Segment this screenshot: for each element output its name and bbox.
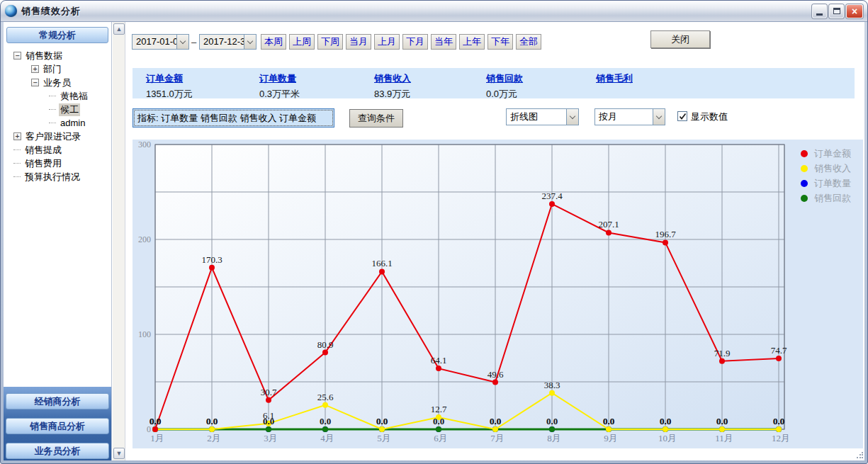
dropdown-arrow-icon[interactable] (653, 109, 665, 125)
svg-text:7月: 7月 (490, 433, 505, 443)
tree-item[interactable]: −销售数据 (4, 49, 111, 62)
svg-text:12月: 12月 (772, 433, 790, 443)
tree-item-label[interactable]: 销售数据 (24, 50, 64, 62)
period-button[interactable]: 本周 (261, 34, 286, 50)
sidebar-section-header[interactable]: 销售商品分析 (6, 418, 109, 434)
svg-text:6月: 6月 (434, 433, 448, 443)
scroll-down-icon[interactable]: ▼ (113, 448, 125, 459)
titlebar[interactable]: 销售绩效分析 × (1, 1, 867, 22)
indicator-field[interactable]: 指标: 订单数量 销售回款 销售收入 订单金额 (133, 108, 334, 128)
sidebar-header-general-analysis[interactable]: 常规分析 (6, 27, 108, 43)
minimize-icon (816, 13, 823, 16)
date-from-select[interactable]: 2017-01-01 (132, 34, 189, 50)
tree-item-label[interactable]: 部门 (42, 63, 63, 76)
maximize-button[interactable] (829, 4, 844, 18)
group-by-select[interactable]: 按月 (594, 108, 665, 125)
stat-label-link[interactable]: 销售收入 (374, 72, 411, 85)
collapse-icon[interactable]: − (31, 79, 39, 86)
nav-tree: −销售数据+部门−业务员黄艳福候工admin+客户跟进记录销售提成销售费用预算执… (4, 49, 111, 183)
expand-icon[interactable]: + (31, 65, 39, 73)
period-button[interactable]: 下年 (487, 34, 513, 50)
tree-connector (13, 149, 21, 150)
tree-item-label[interactable]: 客户跟进记录 (24, 130, 82, 143)
resize-grip[interactable] (856, 452, 863, 459)
tree-item[interactable]: −业务员 (4, 76, 111, 89)
chart-type-select[interactable]: 折线图 (506, 108, 579, 125)
dropdown-arrow-icon[interactable] (176, 35, 188, 49)
stat-value: 1351.0万元 (146, 88, 193, 101)
tree-item[interactable]: +部门 (4, 62, 111, 76)
minimize-button[interactable] (812, 4, 827, 18)
stat-label-link[interactable]: 销售回款 (486, 72, 523, 85)
tree-item-label[interactable]: 候工 (59, 103, 80, 116)
svg-text:1月: 1月 (150, 433, 164, 443)
show-values-checkbox[interactable] (677, 111, 687, 121)
scroll-up-icon[interactable]: ▲ (113, 23, 125, 35)
tree-item-label[interactable]: 业务员 (42, 77, 72, 89)
stat-label-link[interactable]: 订单金额 (146, 72, 193, 85)
svg-text:30.7: 30.7 (261, 387, 277, 397)
svg-text:0.0: 0.0 (206, 416, 218, 426)
tree-item[interactable]: 销售费用 (4, 157, 111, 170)
sidebar: 常规分析 −销售数据+部门−业务员黄艳福候工admin+客户跟进记录销售提成销售… (4, 22, 112, 460)
period-button[interactable]: 下周 (317, 34, 343, 50)
tree-item-label[interactable]: 销售提成 (23, 144, 63, 157)
period-button[interactable]: 当年 (431, 34, 456, 50)
period-button[interactable]: 上年 (459, 34, 485, 50)
show-values-label: 显示数值 (691, 111, 728, 123)
tree-connector (49, 96, 56, 96)
period-button[interactable]: 上周 (289, 34, 315, 50)
tree-item[interactable]: 候工 (4, 103, 111, 116)
close-window-button[interactable]: × (846, 4, 863, 18)
tree-item[interactable]: +客户跟进记录 (4, 130, 111, 143)
tree-item[interactable]: 销售提成 (4, 143, 111, 157)
svg-text:300: 300 (138, 140, 151, 149)
tree-connector (13, 163, 21, 164)
stat-value: 0.3万平米 (259, 88, 300, 101)
svg-text:237.4: 237.4 (541, 191, 563, 201)
period-button[interactable]: 全部 (516, 34, 541, 50)
stat-value: 0.0万元 (486, 88, 523, 101)
stat-label-link[interactable]: 订单数量 (259, 72, 300, 85)
tree-item[interactable]: 预算执行情况 (4, 170, 111, 183)
sidebar-section-header[interactable]: 业务员分析 (6, 443, 109, 459)
svg-text:100: 100 (138, 329, 151, 339)
expand-icon[interactable]: + (13, 132, 21, 140)
period-button[interactable]: 上月 (374, 34, 400, 50)
tree-item-label[interactable]: 预算执行情况 (23, 171, 81, 183)
svg-text:销售收入: 销售收入 (814, 163, 851, 174)
tree-item[interactable]: admin (4, 116, 111, 130)
svg-text:170.3: 170.3 (201, 254, 222, 265)
svg-text:166.1: 166.1 (371, 258, 392, 268)
chart-area: 01002003001月2月3月4月5月6月7月8月9月10月11月12月0.0… (133, 140, 863, 448)
dropdown-arrow-icon[interactable] (244, 35, 256, 49)
tree-item[interactable]: 黄艳福 (4, 89, 111, 103)
svg-text:207.1: 207.1 (598, 219, 619, 230)
svg-text:0.0: 0.0 (150, 416, 161, 426)
svg-text:9月: 9月 (604, 433, 618, 443)
period-button[interactable]: 当月 (346, 34, 371, 50)
svg-text:4月: 4月 (320, 433, 334, 443)
maximize-icon (833, 8, 840, 14)
sidebar-scrollbar[interactable]: ▲ ▼ (113, 22, 125, 460)
app-window: 销售绩效分析 × 常规分析 −销售数据+部门−业务员黄艳福候工admin+客户跟… (0, 0, 868, 464)
svg-text:0.0: 0.0 (716, 416, 728, 426)
stat-label-link[interactable]: 销售毛利 (596, 72, 633, 85)
dropdown-arrow-icon[interactable] (566, 109, 578, 125)
period-button[interactable]: 下月 (402, 34, 428, 50)
tree-item-label[interactable]: 黄艳福 (59, 90, 89, 103)
svg-text:25.6: 25.6 (317, 392, 334, 402)
window-title: 销售绩效分析 (21, 5, 81, 18)
close-page-button[interactable]: 关闭 (650, 30, 710, 48)
tree-item-label[interactable]: admin (59, 118, 86, 128)
tree-item-label[interactable]: 销售费用 (23, 157, 63, 170)
svg-text:71.9: 71.9 (714, 348, 731, 358)
tree-connector (13, 176, 21, 177)
collapse-icon[interactable]: − (13, 52, 21, 60)
sidebar-section-header[interactable]: 经销商分析 (6, 393, 109, 409)
svg-text:0.0: 0.0 (490, 416, 501, 426)
svg-text:订单金额: 订单金额 (814, 148, 851, 159)
svg-text:200: 200 (138, 234, 151, 244)
query-conditions-button[interactable]: 查询条件 (349, 109, 403, 128)
date-to-select[interactable]: 2017-12-31 (199, 34, 257, 50)
